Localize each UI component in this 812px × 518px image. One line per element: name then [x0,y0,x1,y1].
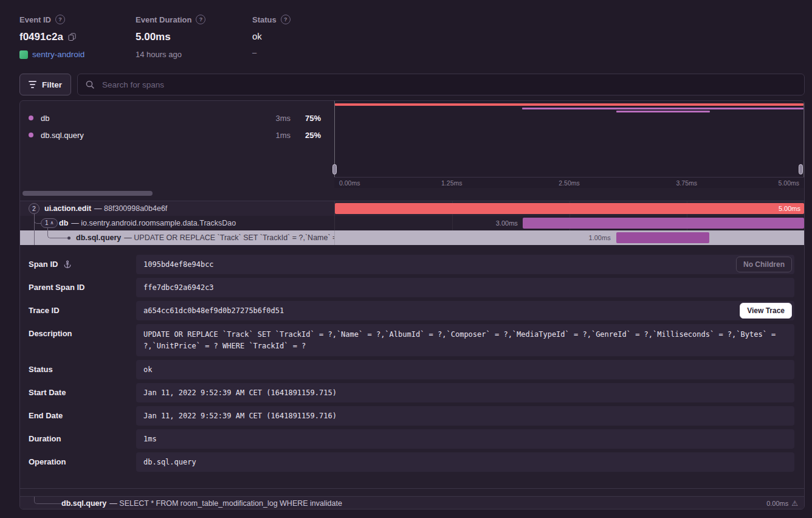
span-duration-label: 1.00ms [589,230,611,245]
tree-bullet [67,237,71,240]
minimap-span-bar [616,111,710,112]
legend-op: db.sql.query [41,131,84,140]
event-id-label-row: Event ID ? [19,15,84,24]
detail-row: End Date Jan 11, 2022 9:52:39 AM CET (16… [29,406,794,426]
span-op: db.sql.query [61,499,106,508]
detail-value: Jan 11, 2022 9:52:39 AM CET (1641891159.… [136,383,794,402]
span-op: ui.action.edit [44,204,91,213]
detail-value: db.sql.query [136,452,794,472]
span-collapse-badge[interactable]: 1∧ [41,218,58,228]
filter-icon [29,81,36,88]
status-value: ok [252,31,262,41]
detail-row: Description UPDATE OR REPLACE `Track` SE… [29,324,794,356]
event-id-column: Event ID ? f0491c2a sentry-android [19,15,84,59]
detail-label: Span ID [29,260,58,269]
anchor-icon[interactable] [63,260,72,269]
detail-value: a654cc61dc0b48ef9d0b27275b6f0d51 View Tr… [136,301,794,320]
span-description: — UPDATE OR REPLACE `Track` SET `TrackId… [124,233,334,242]
tree-elbow [34,497,61,504]
trace-panel: db 3ms 75% db.sql.query 1ms 25% 0.0 [19,100,805,509]
time-axis: 0.00ms 1.25ms 2.50ms 3.75ms 5.00ms [334,177,804,188]
span-count-badge[interactable]: 2 [29,203,40,214]
horizontal-scrollbar[interactable] [22,191,153,196]
time-tick: 1.25ms [441,179,462,187]
detail-row: Span ID 1095bd4ef8e94bcc No Children [29,255,794,274]
span-op: db.sql.query [76,233,121,242]
search-icon [85,80,95,89]
detail-value: 1ms [136,429,794,449]
span-tree: 2 ui.action.edit— 88f300998a0b4e6f 5.00m… [20,201,804,245]
legend-duration: 3ms [260,114,291,123]
time-tick: 0.00ms [339,179,360,187]
search-input[interactable] [101,80,797,90]
detail-label: Status [29,365,53,374]
tree-elbow [47,228,67,238]
legend-op: db [41,114,49,123]
minimap-window-handle-left[interactable] [332,164,337,174]
chevron-up-icon: ∧ [50,221,54,226]
detail-label: End Date [29,411,63,420]
help-icon[interactable]: ? [281,15,291,24]
event-duration-label: Event Duration [136,15,191,24]
span-row-db-sql-query-selected[interactable]: db.sql.query— UPDATE OR REPLACE `Track` … [20,230,804,245]
span-duration-label: 0.00ms [766,500,788,507]
detail-label: Description [29,329,72,338]
detail-row: Parent Span ID ffe7dbc92a6942c3 [29,278,794,297]
legend-percent: 25% [291,131,321,140]
detail-value: 1095bd4ef8e94bcc No Children [136,255,794,274]
view-trace-button[interactable]: View Trace [740,303,792,319]
detail-label: Parent Span ID [29,283,84,292]
status-column: Status ? ok – [252,15,291,57]
detail-label: Operation [29,457,66,466]
minimap-span-bar [335,103,803,106]
span-bar[interactable] [616,232,709,243]
filter-button-label: Filter [42,80,62,89]
event-id-label: Event ID [19,15,51,24]
span-duration-label: 3.00ms [496,216,518,230]
minimap: db 3ms 75% db.sql.query 1ms 25% 0.0 [20,101,804,201]
help-icon[interactable]: ? [196,15,205,24]
footer-span-row[interactable]: db.sql.query— SELECT * FROM room_table_m… [20,496,804,509]
span-row-db[interactable]: 1∧ db— io.sentry.android.roomsample.data… [20,216,804,230]
detail-row: Operation db.sql.query [29,452,794,472]
detail-label: Duration [29,434,61,443]
span-description: — io.sentry.android.roomsample.data.Trac… [71,219,236,227]
help-icon[interactable]: ? [55,15,65,24]
event-duration-ago: 14 hours ago [136,50,182,59]
detail-value: Jan 11, 2022 9:52:39 AM CET (1641891159.… [136,406,794,426]
platform-icon [19,50,28,59]
search-box[interactable] [77,74,805,95]
span-op: db [59,219,68,227]
event-duration-column: Event Duration ? 5.00ms 14 hours ago [136,15,205,59]
event-id-value: f0491c2a [19,31,63,43]
time-tick: 5.00ms [779,179,799,187]
legend-row: db.sql.query 1ms 25% [29,126,321,143]
detail-row: Duration 1ms [29,429,794,449]
span-detail: Span ID 1095bd4ef8e94bcc No Children Par… [20,245,804,489]
span-description: — SELECT * FROM room_table_modification_… [109,499,342,508]
legend-row: db 3ms 75% [29,109,321,126]
span-row-ui-action-edit[interactable]: 2 ui.action.edit— 88f300998a0b4e6f 5.00m… [20,201,804,216]
minimap-chart[interactable] [334,101,804,177]
status-label: Status [252,15,277,24]
span-bar[interactable] [335,203,804,214]
minimap-span-bar [522,108,803,109]
span-duration-label: 5.00ms [779,201,800,216]
operations-breakdown: db 3ms 75% db.sql.query 1ms 25% [20,101,334,188]
legend-duration: 1ms [260,131,291,140]
op-color-dot [29,116,33,120]
span-bar[interactable] [523,218,804,229]
project-link[interactable]: sentry-android [32,50,84,59]
detail-row: Start Date Jan 11, 2022 9:52:39 AM CET (… [29,383,794,402]
warning-icon: ⚠ [791,500,798,507]
status-sub: – [252,48,256,57]
detail-value: UPDATE OR REPLACE `Track` SET `TrackId` … [136,324,794,356]
minimap-window-handle-right[interactable] [799,164,803,174]
copy-icon[interactable] [68,33,76,41]
detail-value: ffe7dbc92a6942c3 [136,278,794,297]
event-duration-value: 5.00ms [136,31,171,43]
detail-value: ok [136,360,794,379]
filter-button[interactable]: Filter [19,74,71,95]
no-children-button[interactable]: No Children [736,257,792,272]
legend-percent: 75% [291,114,321,123]
